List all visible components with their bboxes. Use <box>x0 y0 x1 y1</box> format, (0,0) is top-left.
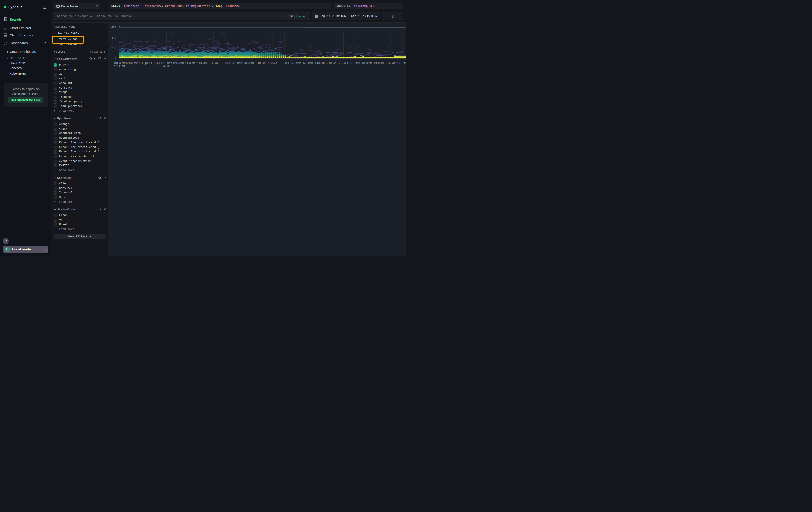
svg-text:9/15: 9/15 <box>163 65 170 68</box>
svg-text:9/14/25: 9/14/25 <box>114 65 125 68</box>
svg-text:600: 600 <box>111 26 116 29</box>
svg-text:2:00am: 2:00am <box>209 62 218 65</box>
svg-text:7:00am: 7:00am <box>327 62 337 65</box>
svg-text:400: 400 <box>111 36 116 39</box>
svg-text:1:00am: 1:00am <box>185 62 195 65</box>
svg-text:6:30am: 6:30am <box>315 62 325 65</box>
svg-text:3:30am: 3:30am <box>244 62 254 65</box>
svg-text:200: 200 <box>111 47 116 50</box>
svg-text:5:00am: 5:00am <box>280 62 289 65</box>
svg-text:9:30am: 9:30am <box>386 62 395 65</box>
svg-text:8:00am: 8:00am <box>350 62 360 65</box>
svg-text:7:30am: 7:30am <box>339 62 348 65</box>
svg-text:0: 0 <box>115 57 116 60</box>
svg-text:6:00am: 6:00am <box>303 62 313 65</box>
svg-text:10:00pm: 10:00pm <box>114 62 125 65</box>
svg-text:5:30am: 5:30am <box>291 62 301 65</box>
svg-text:4:00am: 4:00am <box>256 62 265 65</box>
svg-text:12:30am: 12:30am <box>173 62 184 65</box>
svg-text:2:30am: 2:30am <box>221 62 230 65</box>
svg-text:10:00am: 10:00am <box>397 62 406 65</box>
svg-text:3:00am: 3:00am <box>232 62 242 65</box>
svg-text:11:30pm: 11:30pm <box>149 62 160 65</box>
svg-text:12:00am: 12:00am <box>161 62 172 65</box>
svg-text:10:30pm: 10:30pm <box>125 62 137 65</box>
svg-text:8:30am: 8:30am <box>362 62 372 65</box>
svg-text:11:00pm: 11:00pm <box>137 62 148 65</box>
svg-text:4:30am: 4:30am <box>268 62 277 65</box>
svg-text:9:00am: 9:00am <box>374 62 383 65</box>
svg-text:1:30am: 1:30am <box>197 62 207 65</box>
